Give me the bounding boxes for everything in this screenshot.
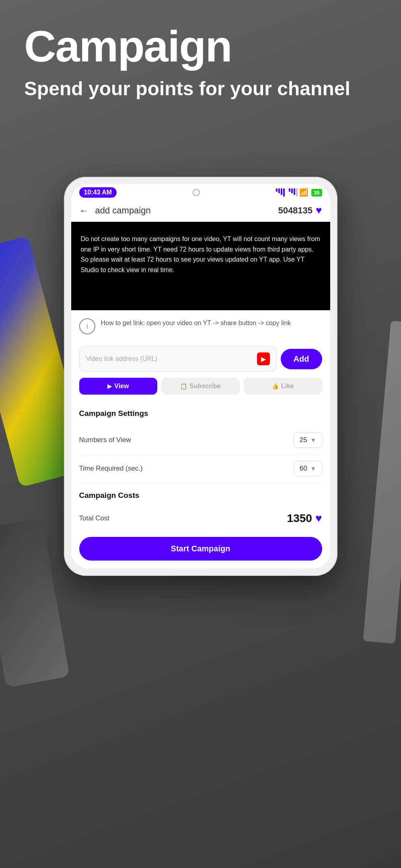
signal-bars-2 <box>289 188 298 197</box>
wifi-icon: 📶 <box>299 188 308 197</box>
phone-inner: 10:43 AM <box>71 184 330 569</box>
tab-like[interactable]: 👍 Like <box>244 378 322 395</box>
setting-row-views: Numbers of View 25 ▼ <box>79 426 322 454</box>
info-icon: i <box>79 318 95 334</box>
like-tab-icon: 👍 <box>272 383 279 389</box>
campaign-settings-title: Campaign Settings <box>79 409 322 418</box>
video-notice-text: Do not create too many campaigns for one… <box>81 234 321 275</box>
time-required-value: 60 <box>300 465 307 473</box>
status-time: 10:43 AM <box>79 187 117 198</box>
battery-indicator: 39 <box>311 189 322 197</box>
view-tab-icon: ▶ <box>107 383 112 389</box>
back-button[interactable]: ← <box>79 205 89 216</box>
tab-view[interactable]: ▶ View <box>79 378 158 395</box>
nav-bar: ← add campaign 5048135 ♥ <box>71 199 330 222</box>
tab-subscribe[interactable]: 📋 Subscribe <box>161 378 240 395</box>
total-cost-label: Total Cost <box>79 514 110 522</box>
svg-point-0 <box>193 189 199 196</box>
start-campaign-button[interactable]: Start Campaign <box>79 537 322 561</box>
time-required-label: Time Required (sec.) <box>79 465 143 473</box>
add-campaign-button[interactable]: Add <box>281 349 322 369</box>
phone-mockup: 10:43 AM <box>64 177 337 576</box>
status-bar: 10:43 AM <box>71 184 330 199</box>
tab-subscribe-label: Subscribe <box>189 383 220 390</box>
info-hint-text: How to get link: open your video on YT -… <box>101 318 291 328</box>
heart-icon: ♥ <box>316 204 322 217</box>
header-section: Campaign Spend your points for your chan… <box>24 24 377 101</box>
tab-like-label: Like <box>281 383 294 390</box>
tab-section: ▶ View 📋 Subscribe 👍 Like <box>71 378 330 401</box>
header-title: Campaign <box>24 24 377 68</box>
subscribe-tab-icon: 📋 <box>180 383 187 389</box>
video-notice-area: Do not create too many campaigns for one… <box>71 222 330 310</box>
status-icons: 📶 39 <box>276 188 322 197</box>
tab-view-label: View <box>114 383 129 390</box>
phone-outer: 10:43 AM <box>64 177 337 576</box>
url-input-field[interactable]: Video link address (URL) ▶ <box>79 346 277 371</box>
cost-heart-icon: ♥ <box>315 512 322 525</box>
youtube-icon: ▶ <box>257 352 270 365</box>
numbers-of-view-label: Numbers of View <box>79 436 131 444</box>
total-cost-row: Total Cost 1350 ♥ <box>79 506 322 530</box>
url-input-section: Video link address (URL) ▶ Add <box>71 342 330 378</box>
url-placeholder: Video link address (URL) <box>86 355 158 362</box>
status-center <box>191 188 201 197</box>
info-section: i How to get link: open your video on YT… <box>71 310 330 342</box>
signal-bars-1 <box>276 188 285 197</box>
campaign-costs-section: Campaign Costs Total Cost 1350 ♥ <box>71 483 330 530</box>
setting-row-time: Time Required (sec.) 60 ▼ <box>79 454 322 483</box>
numbers-of-view-value: 25 <box>300 436 307 444</box>
header-subtitle: Spend your points for your channel <box>24 76 377 101</box>
campaign-costs-title: Campaign Costs <box>79 491 322 500</box>
dropdown-arrow-views: ▼ <box>311 437 316 443</box>
dropdown-arrow-time: ▼ <box>311 465 316 472</box>
campaign-settings-section: Campaign Settings Numbers of View 25 ▼ T… <box>71 401 330 483</box>
nav-title: add campaign <box>95 205 278 216</box>
bottom-button-area: Start Campaign <box>71 530 330 569</box>
total-cost-number: 1350 <box>287 512 312 525</box>
time-required-dropdown[interactable]: 60 ▼ <box>294 461 322 476</box>
total-cost-value-group: 1350 ♥ <box>287 512 322 525</box>
points-display: 5048135 ♥ <box>278 204 322 217</box>
numbers-of-view-dropdown[interactable]: 25 ▼ <box>294 432 322 448</box>
points-value: 5048135 <box>278 205 313 216</box>
